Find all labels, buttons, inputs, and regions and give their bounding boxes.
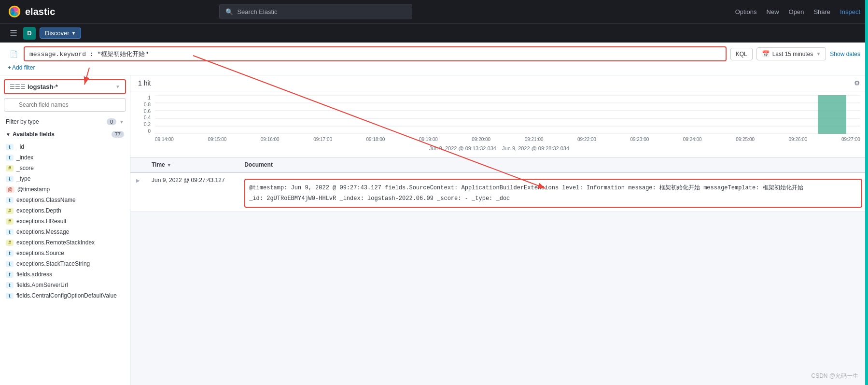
- field-name: fields.CentralConfigOptionDefaultValue: [16, 292, 117, 299]
- y-label-06: 0.6: [144, 109, 151, 114]
- field-item[interactable]: # exceptions.Depth: [4, 205, 126, 216]
- kql-button[interactable]: KQL: [730, 48, 753, 60]
- index-chevron-icon: ▼: [115, 84, 120, 89]
- y-label-1: 1: [148, 95, 151, 100]
- available-fields-header[interactable]: ▼ Available fields 77: [4, 128, 126, 141]
- field-item[interactable]: t _index: [4, 152, 126, 163]
- time-picker-label: Last 15 minutes: [772, 51, 813, 57]
- field-type-t: t: [6, 176, 14, 182]
- field-name: exceptions.RemoteStackIndex: [16, 239, 95, 246]
- open-link[interactable]: Open: [789, 8, 804, 15]
- field-type-t: t: [6, 229, 14, 235]
- query-input[interactable]: [29, 50, 721, 57]
- doc-text-line2: _id: 2gUTRoEBMY4jW0-HHLvR _index: logsta…: [249, 195, 510, 202]
- field-name: exceptions.Message: [16, 228, 69, 235]
- query-bar-area: 📄 KQL 📅 Last 15 minutes ▼ Show dates + A…: [0, 43, 868, 75]
- show-dates-button[interactable]: Show dates: [830, 51, 860, 57]
- app-badge: D: [23, 27, 36, 40]
- field-name: exceptions.Source: [16, 250, 64, 257]
- chart-plot: [155, 95, 860, 134]
- main-layout: ☰☰☰ logstash-* ▼ 🔍 Filter by type 0 ▼ ▼ …: [0, 75, 868, 385]
- new-link[interactable]: New: [767, 8, 779, 15]
- doc-text-line1: @timestamp: Jun 9, 2022 @ 09:27:43.127 f…: [249, 185, 803, 191]
- x-label: 09:20:00: [472, 137, 490, 142]
- elastic-logo: elastic: [8, 5, 55, 18]
- search-fields-wrapper: 🔍: [4, 98, 126, 112]
- field-item[interactable]: # exceptions.RemoteStackIndex: [4, 237, 126, 248]
- field-item[interactable]: @ @timestamp: [4, 184, 126, 195]
- discover-button[interactable]: Discover ▼: [40, 28, 81, 39]
- field-item[interactable]: t exceptions.ClassName: [4, 195, 126, 205]
- x-label: 09:24:00: [683, 137, 702, 142]
- x-label: 09:14:00: [155, 137, 174, 142]
- add-filter-button[interactable]: + Add filter: [8, 64, 35, 71]
- field-type-hash: #: [6, 218, 14, 225]
- field-type-t: t: [6, 197, 14, 203]
- field-picker-icon: 📄: [10, 50, 18, 58]
- chart-svg: [155, 95, 860, 134]
- available-count: 77: [112, 131, 124, 138]
- x-label: 09:18:00: [366, 137, 385, 142]
- search-icon: 🔍: [225, 8, 233, 15]
- field-item[interactable]: t exceptions.Message: [4, 227, 126, 237]
- field-name: exceptions.HResult: [16, 218, 66, 225]
- svg-point-4: [14, 8, 19, 15]
- document-cell: @timestamp: Jun 9, 2022 @ 09:27:43.127 f…: [238, 172, 868, 212]
- x-label: 09:17:00: [313, 137, 332, 142]
- add-filter-label: Add filter: [12, 64, 35, 71]
- field-item[interactable]: t fields.CentralConfigOptionDefaultValue: [4, 290, 126, 301]
- global-search-bar[interactable]: 🔍: [219, 4, 412, 19]
- y-label-02: 0.2: [144, 122, 151, 127]
- chevron-down-icon: ▼: [6, 132, 11, 137]
- field-name: exceptions.ClassName: [16, 197, 76, 203]
- svg-rect-11: [818, 95, 846, 134]
- field-item[interactable]: t fields.ApmServerUrl: [4, 280, 126, 290]
- table-row: ▶ Jun 9, 2022 @ 09:27:43.127 @timestamp:…: [130, 172, 868, 212]
- field-name: exceptions.Depth: [16, 207, 61, 214]
- sort-icon: ▼: [167, 162, 171, 168]
- y-label-08: 0.8: [144, 102, 151, 107]
- field-item[interactable]: # exceptions.HResult: [4, 216, 126, 227]
- calendar-icon: 📅: [762, 50, 770, 57]
- filter-type-chevron-icon: ▼: [119, 119, 124, 125]
- date-range-label: Jun 9, 2022 @ 09:13:32.034 – Jun 9, 2022…: [138, 143, 860, 153]
- filter-row: + Add filter: [8, 64, 860, 71]
- field-item[interactable]: t exceptions.StackTraceString: [4, 258, 126, 269]
- field-item[interactable]: t _type: [4, 173, 126, 184]
- field-item[interactable]: t fields.address: [4, 269, 126, 280]
- nav-right: Options New Open Share Inspect: [735, 8, 860, 15]
- field-list: t _id t _index # _score t _type @ @times…: [4, 142, 126, 301]
- field-item[interactable]: t _id: [4, 142, 126, 152]
- x-label: 09:27:00: [841, 137, 860, 142]
- time-picker[interactable]: 📅 Last 15 minutes ▼: [756, 47, 826, 60]
- field-name: _type: [16, 175, 30, 182]
- hamburger-menu-button[interactable]: ☰: [8, 26, 19, 41]
- search-fields-input[interactable]: [4, 98, 126, 112]
- chart-area: 1 0.8 0.6 0.4 0.2 0: [130, 91, 868, 157]
- field-type-t: t: [6, 155, 14, 161]
- index-selector[interactable]: ☰☰☰ logstash-* ▼: [4, 79, 126, 94]
- field-item[interactable]: t exceptions.Source: [4, 248, 126, 258]
- doc-highlight-box: @timestamp: Jun 9, 2022 @ 09:27:43.127 f…: [244, 179, 862, 208]
- field-type-hash: #: [6, 240, 14, 246]
- inspect-link[interactable]: Inspect: [840, 8, 860, 15]
- expand-col-header: [130, 157, 146, 172]
- chart-settings-button[interactable]: ⚙: [854, 79, 860, 87]
- x-label: 09:19:00: [419, 137, 438, 142]
- options-link[interactable]: Options: [735, 8, 757, 15]
- filter-type-row[interactable]: Filter by type 0 ▼: [4, 115, 126, 128]
- share-link[interactable]: Share: [813, 8, 830, 15]
- sub-navigation: ☰ D Discover ▼: [0, 23, 868, 43]
- field-picker-button[interactable]: 📄: [8, 48, 20, 60]
- elastic-logo-icon: [8, 5, 21, 18]
- expand-row-button[interactable]: ▶: [136, 178, 140, 183]
- field-name: _index: [16, 154, 33, 161]
- time-cell: Jun 9, 2022 @ 09:27:43.127: [146, 172, 238, 212]
- index-selector-label: logstash-*: [28, 83, 113, 90]
- field-item[interactable]: # _score: [4, 163, 126, 173]
- field-name: @timestamp: [17, 186, 50, 193]
- global-search-input[interactable]: [237, 8, 406, 15]
- x-label: 09:22:00: [577, 137, 596, 142]
- hits-count: 1 hit: [138, 79, 151, 87]
- time-col-header[interactable]: Time ▼: [146, 157, 238, 172]
